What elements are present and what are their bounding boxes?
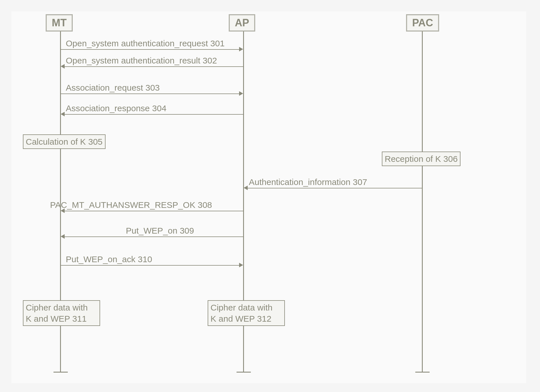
actor-mt-label: MT [52, 17, 67, 29]
msg-308-label: PAC_MT_AUTHANSWER_RESP_OK 308 [50, 200, 212, 210]
actor-pac-label: PAC [412, 17, 433, 29]
msg-310-arrow [239, 263, 243, 267]
activity-306-label: Reception of K 306 [385, 154, 458, 164]
msg-302-label: Open_system authentication_result 302 [66, 56, 217, 65]
activity-311: Cipher data with K and WEP 311 [23, 300, 100, 326]
msg-301-label: Open_system authentication_request 301 [66, 39, 225, 48]
msg-307-arrow [244, 186, 248, 190]
msg-310-label: Put_WEP_on_ack 310 [66, 254, 152, 264]
msg-309-arrow [61, 234, 65, 239]
msg-302-line [65, 66, 243, 67]
msg-304-arrow [61, 112, 65, 116]
actor-pac: PAC [406, 14, 439, 31]
msg-310-line [61, 265, 239, 266]
msg-303-label: Association_request 303 [66, 83, 160, 93]
activity-305: Calculation of K 305 [23, 134, 106, 149]
activity-312: Cipher data with K and WEP 312 [208, 300, 285, 326]
activity-311-label: Cipher data with K and WEP 311 [26, 302, 97, 324]
lifeline-pac [422, 31, 423, 372]
lifeline-end-ap [237, 372, 251, 373]
activity-312-label: Cipher data with K and WEP 312 [211, 302, 282, 324]
activity-306: Reception of K 306 [382, 152, 460, 166]
msg-304-line [65, 114, 243, 115]
actor-mt: MT [46, 14, 73, 31]
msg-304-label: Association_response 304 [66, 104, 166, 113]
actor-ap-label: AP [235, 17, 249, 29]
sequence-diagram: MT AP PAC Open_system authentication_req… [11, 11, 526, 383]
activity-305-label: Calculation of K 305 [26, 137, 103, 146]
msg-303-arrow [239, 91, 243, 96]
msg-307-line [248, 188, 422, 188]
msg-307-label: Authentication_information 307 [249, 177, 367, 187]
msg-302-arrow [61, 64, 65, 69]
msg-308-line [65, 211, 243, 211]
msg-309-line [65, 236, 243, 237]
msg-309-label: Put_WEP_on 309 [126, 226, 194, 236]
msg-301-arrow [239, 47, 243, 51]
lifeline-end-pac [415, 372, 430, 373]
lifeline-end-mt [53, 372, 68, 373]
msg-303-line [61, 93, 239, 94]
actor-ap: AP [229, 14, 255, 31]
msg-308-arrow [61, 208, 65, 213]
msg-301-line [61, 49, 239, 50]
